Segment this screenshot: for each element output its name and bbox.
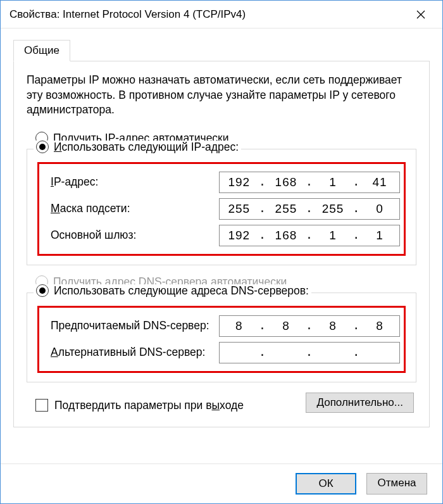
dialog-window: Свойства: Internet Protocol Version 4 (T… — [0, 0, 443, 504]
cancel-button[interactable]: Отмена — [366, 473, 427, 495]
gateway-label: Основной шлюз: — [43, 229, 219, 242]
tabbar: Общие — [13, 40, 430, 61]
ip-groupbox: Использовать следующий IP-адрес: IP-адре… — [27, 149, 416, 265]
validate-label: Подтвердить параметры при выходе — [54, 399, 244, 412]
dialog-footer: ОК Отмена — [1, 463, 442, 503]
window-title: Свойства: Internet Protocol Version 4 (T… — [9, 8, 408, 21]
gateway-input[interactable]: 192. 168. 1. 1 — [219, 225, 400, 246]
intro-text: Параметры IP можно назначать автоматичес… — [27, 73, 416, 118]
checkbox-icon[interactable] — [35, 399, 48, 412]
dns-highlight: Предпочитаемый DNS-сервер: 8. 8. 8. 8 Ал… — [37, 306, 406, 373]
pref-dns-label: Предпочитаемый DNS-сервер: — [43, 319, 219, 332]
subnet-mask-label: Маска подсети: — [43, 202, 219, 215]
alt-dns-input[interactable]: . . . — [219, 342, 400, 363]
ip-address-input[interactable]: 192. 168. 1. 41 — [219, 172, 400, 193]
tab-panel: Параметры IP можно назначать автоматичес… — [13, 61, 430, 427]
radio-ip-manual-label: Использовать следующий IP-адрес: — [54, 141, 239, 154]
subnet-mask-input[interactable]: 255. 255. 255. 0 — [219, 198, 400, 220]
close-icon[interactable] — [408, 2, 434, 27]
titlebar: Свойства: Internet Protocol Version 4 (T… — [1, 1, 442, 28]
ok-button[interactable]: ОК — [296, 473, 356, 495]
advanced-button[interactable]: Дополнительно... — [306, 393, 414, 413]
dns-groupbox: Использовать следующие адреса DNS-сервер… — [27, 293, 416, 382]
radio-dns-manual-label: Использовать следующие адреса DNS-сервер… — [54, 284, 309, 298]
ip-address-label: IP-адрес: — [43, 175, 219, 189]
content-area: Общие Параметры IP можно назначать автом… — [1, 28, 442, 463]
radio-dns-manual-row[interactable]: Использовать следующие адреса DNS-сервер… — [34, 284, 311, 298]
pref-dns-input[interactable]: 8. 8. 8. 8 — [219, 315, 400, 337]
ip-highlight: IP-адрес: 192. 168. 1. 41 Маска подсети:… — [37, 162, 406, 256]
alt-dns-label: Альтернативный DNS-сервер: — [43, 346, 219, 359]
radio-ip-manual-row[interactable]: Использовать следующий IP-адрес: — [34, 141, 241, 154]
radio-icon[interactable] — [36, 141, 49, 153]
tab-general[interactable]: Общие — [13, 40, 70, 61]
validate-checkbox-row[interactable]: Подтвердить параметры при выходе — [35, 399, 244, 412]
radio-icon[interactable] — [36, 284, 49, 297]
